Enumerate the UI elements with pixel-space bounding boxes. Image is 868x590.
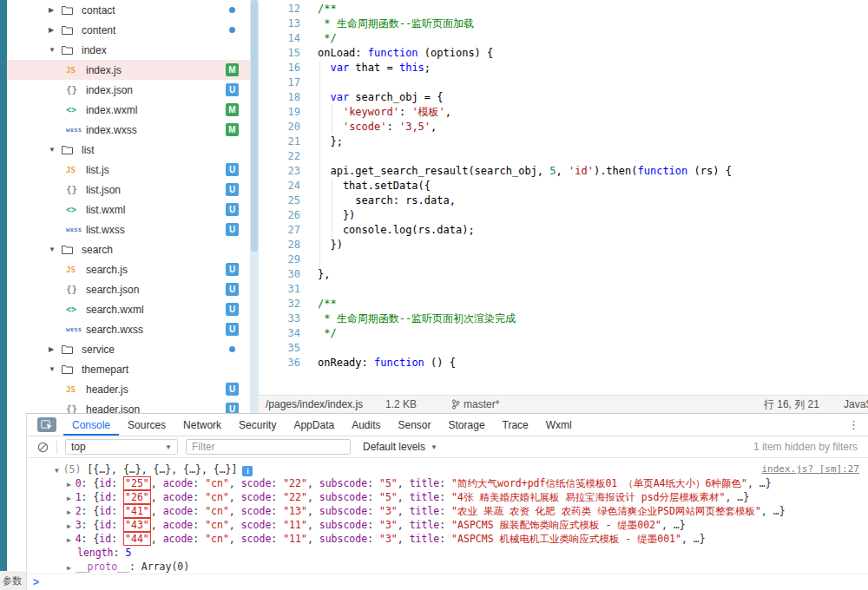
tab-console[interactable]: Console <box>63 414 119 436</box>
file-name: index <box>82 44 107 56</box>
disclosure-down-icon[interactable]: ▼ <box>49 46 62 54</box>
tree-file-index.wxml[interactable]: <>index.wxmlM <box>7 100 250 120</box>
console-filter-input[interactable] <box>186 439 351 455</box>
code-text: */ <box>307 31 868 46</box>
overflow-menu-icon[interactable]: ⋮ <box>848 418 859 431</box>
code-text: /** <box>307 2 868 16</box>
disclosure-down-icon[interactable]: ▼ <box>49 246 62 253</box>
code-line: 32/** <box>259 297 868 311</box>
tree-file-list.json[interactable]: {}list.jsonU <box>7 180 250 200</box>
tab-audits[interactable]: Audits <box>343 414 389 436</box>
clear-console-icon <box>37 442 49 453</box>
tree-folder-search[interactable]: ▼search <box>7 239 250 259</box>
tab-security[interactable]: Security <box>230 414 285 436</box>
tab-wxml[interactable]: Wxml <box>537 414 581 436</box>
cursor-position[interactable]: 行 16, 列 21 <box>764 397 819 412</box>
line-number: 31 <box>259 282 307 297</box>
expand-right-icon[interactable]: ▶ <box>67 564 76 572</box>
appdata-pane-label[interactable]: 参数 <box>0 571 26 590</box>
prop-value: "cn" <box>205 519 229 531</box>
clear-console-button[interactable] <box>37 442 49 453</box>
code-text: onLoad: function (options) { <box>307 46 868 61</box>
code-text: var that = this; <box>307 61 868 75</box>
tree-file-search.wxml[interactable]: <>search.wxmlU <box>7 299 250 319</box>
folder-icon <box>62 45 80 55</box>
tree-folder-themepart[interactable]: ▼themepart <box>7 359 250 379</box>
disclosure-down-icon[interactable]: ▼ <box>49 146 62 154</box>
git-branch[interactable]: master* <box>451 398 499 410</box>
tree-file-index.json[interactable]: {}index.jsonU <box>7 80 250 100</box>
tree-file-header.js[interactable]: JSheader.jsU <box>7 379 250 399</box>
tab-trace[interactable]: Trace <box>494 414 537 436</box>
tab-network[interactable]: Network <box>174 414 230 436</box>
item-index: 2 <box>76 505 82 517</box>
file-tree-scrollbar[interactable] <box>250 0 259 413</box>
prop-key: title <box>410 491 440 503</box>
tab-appdata[interactable]: AppData <box>285 414 343 436</box>
file-tree[interactable]: ▶contact▶content▼indexJSindex.jsM{}index… <box>7 0 250 413</box>
tab-storage[interactable]: Storage <box>440 414 494 436</box>
prop-key: title <box>410 477 440 489</box>
expand-right-icon[interactable]: ▶ <box>67 508 76 516</box>
console-prompt-row[interactable]: > <box>27 574 868 590</box>
expand-down-icon[interactable]: ▼ <box>55 467 63 475</box>
code-editor[interactable]: 12/**13 * 生命周期函数--监听页面加载14 */15onLoad: f… <box>259 0 868 395</box>
git-status-badge: U <box>226 303 239 316</box>
prop-key: id <box>99 533 111 545</box>
tree-folder-contact[interactable]: ▶contact <box>7 0 250 20</box>
tree-folder-index[interactable]: ▼index <box>7 40 250 60</box>
prop-key: title <box>410 519 440 531</box>
disclosure-right-icon[interactable]: ▶ <box>49 26 62 34</box>
tree-file-search.json[interactable]: {}search.jsonU <box>7 279 250 299</box>
source-location-link[interactable]: index.js? [sm]:27 <box>761 462 859 476</box>
inspect-cursor-icon <box>41 420 53 430</box>
console-array-item[interactable]: ▶ 4: {id: "44", acode: "cn", scode: "11"… <box>27 532 868 546</box>
tree-file-list.wxss[interactable]: wxsslist.wxssU <box>7 220 250 239</box>
language-mode[interactable]: JavaScript <box>844 398 868 410</box>
code-line: 36onReady: function () { <box>259 356 868 370</box>
tree-file-index.js[interactable]: JSindex.jsM <box>7 60 250 80</box>
tree-file-list.wxml[interactable]: <>list.wxmlU <box>7 200 250 220</box>
file-path: /pages/index/index.js <box>266 398 363 410</box>
prop-value: "4张 精美婚庆婚礼展板 易拉宝海报设计 psd分层模板素材" <box>451 491 725 503</box>
console-array-item[interactable]: ▶ 1: {id: "26", acode: "cn", scode: "22"… <box>27 490 868 504</box>
tree-file-search.wxss[interactable]: wxsssearch.wxssU <box>7 319 250 339</box>
tree-file-index.wxss[interactable]: wxssindex.wxssM <box>7 120 250 140</box>
disclosure-right-icon[interactable]: ▶ <box>49 345 62 353</box>
expand-right-icon[interactable]: ▶ <box>67 481 76 488</box>
console-array-item[interactable]: ▶ 0: {id: "25", acode: "cn", scode: "22"… <box>27 476 868 490</box>
tab-sources[interactable]: Sources <box>119 414 174 436</box>
scrollbar-thumb[interactable] <box>251 0 258 252</box>
code-text: }, <box>307 267 868 282</box>
expand-right-icon[interactable]: ▶ <box>67 522 76 530</box>
tree-file-list.js[interactable]: JSlist.jsU <box>7 160 250 180</box>
expand-right-icon[interactable]: ▶ <box>67 536 76 544</box>
tree-folder-service[interactable]: ▶service <box>7 339 250 359</box>
console-array-item[interactable]: ▶ 3: {id: "43", acode: "cn", scode: "11"… <box>27 518 868 532</box>
inspect-element-button[interactable] <box>37 417 56 432</box>
js-file-icon: JS <box>66 266 84 274</box>
prop-key: acode <box>163 491 194 503</box>
code-line: 35 <box>259 341 868 356</box>
tree-folder-content[interactable]: ▶content <box>7 20 250 40</box>
tree-file-search.js[interactable]: JSsearch.jsU <box>7 259 250 279</box>
expand-right-icon[interactable]: ▶ <box>67 495 76 502</box>
log-levels-select[interactable]: Default levels ▼ <box>363 441 437 453</box>
activity-bar-strip <box>0 0 7 571</box>
disclosure-right-icon[interactable]: ▶ <box>49 6 62 14</box>
git-status-badge: M <box>226 63 239 76</box>
disclosure-down-icon[interactable]: ▼ <box>49 365 62 373</box>
execution-context-select[interactable]: top ▼ <box>65 439 178 455</box>
proto-row[interactable]: ▶ __proto__: Array(0) <box>27 560 868 574</box>
prop-value: "5" <box>379 491 398 503</box>
tab-sensor[interactable]: Sensor <box>390 414 440 436</box>
tree-folder-list[interactable]: ▼list <box>7 140 250 160</box>
console-output[interactable]: ▼ (5) [{…}, {…}, {…}, {…}, {…}]iindex.js… <box>27 458 868 574</box>
console-message[interactable]: ▼ (5) [{…}, {…}, {…}, {…}, {…}]iindex.js… <box>27 462 868 476</box>
tree-file-header.json[interactable]: {}header.jsonU <box>7 399 250 413</box>
file-name: list.wxml <box>86 204 125 216</box>
line-number: 18 <box>259 90 307 105</box>
console-array-item[interactable]: ▶ 2: {id: "41", acode: "cn", scode: "13"… <box>27 504 868 518</box>
code-line: 16 var that = this; <box>259 61 868 75</box>
line-number: 35 <box>259 341 307 356</box>
